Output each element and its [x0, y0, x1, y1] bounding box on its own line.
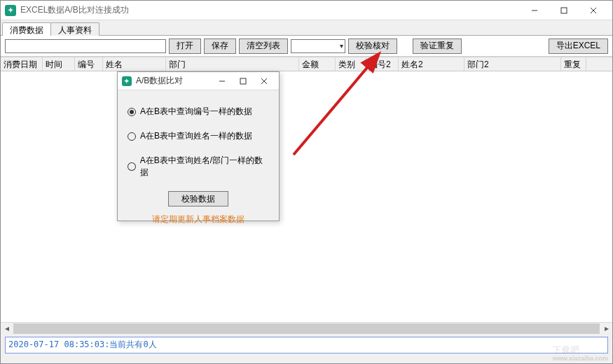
- scroll-left-icon[interactable]: ◂: [1, 323, 13, 335]
- dialog-app-icon: ✦: [122, 76, 132, 86]
- col-category[interactable]: 类别: [336, 57, 366, 71]
- search-input[interactable]: [5, 39, 166, 53]
- watermark-text: 下载吧: [553, 345, 580, 355]
- col-date[interactable]: 消费日期: [1, 57, 43, 71]
- maximize-button[interactable]: [549, 2, 579, 19]
- window-controls: [520, 2, 608, 19]
- app-icon: ✦: [5, 5, 16, 16]
- status-wrap: 2020-07-17 08:35:03:当前共有0人: [1, 334, 612, 356]
- col-amount[interactable]: 金额: [299, 57, 336, 71]
- svg-rect-5: [240, 78, 246, 84]
- dropdown-select[interactable]: ▾: [291, 39, 345, 53]
- radio-icon: [128, 108, 136, 116]
- titlebar: ✦ EXCEL数据A/B比对连接成功: [1, 1, 612, 20]
- table-header: 消费日期 时间 编号 姓名 部门 金额 类别 编号2 姓名2 部门2 重复: [1, 57, 612, 71]
- tab-personnel-data[interactable]: 人事资料: [50, 22, 99, 36]
- dialog-title: A/B数据比对: [136, 75, 212, 87]
- export-excel-button[interactable]: 导出EXCEL: [549, 38, 608, 54]
- dialog-footer-text: 请定期更新人事档案数据: [128, 214, 269, 225]
- verify-dup-button[interactable]: 验证重复: [413, 38, 462, 54]
- scroll-right-icon[interactable]: ▸: [600, 323, 612, 335]
- toolbar: 打开 保存 清空列表 ▾ 校验核对 验证重复 导出EXCEL: [1, 36, 612, 57]
- tab-strip: 消费数据 人事资料: [1, 20, 612, 36]
- tab-consumption-data[interactable]: 消费数据: [2, 22, 51, 36]
- dialog-minimize-button[interactable]: [212, 74, 233, 89]
- col-name2[interactable]: 姓名2: [399, 57, 464, 71]
- watermark: 下载吧 www.xiazaiba.com: [553, 337, 608, 362]
- save-button[interactable]: 保存: [204, 38, 236, 54]
- col-no2[interactable]: 编号2: [366, 57, 399, 71]
- radio-label-3: A在B表中查询姓名/部门一样的数据: [140, 155, 269, 178]
- col-name[interactable]: 姓名: [103, 57, 166, 71]
- open-button[interactable]: 打开: [169, 38, 201, 54]
- close-button[interactable]: [579, 2, 608, 19]
- table-wrap: 消费日期 时间 编号 姓名 部门 金额 类别 编号2 姓名2 部门2 重复 ◂ …: [1, 57, 612, 334]
- radio-icon: [128, 162, 136, 171]
- scroll-thumb[interactable]: [13, 323, 600, 334]
- table-body[interactable]: [1, 71, 612, 321]
- radio-option-1[interactable]: A在B表中查询编号一样的数据: [128, 106, 269, 118]
- col-time[interactable]: 时间: [43, 57, 75, 71]
- svg-rect-1: [561, 8, 567, 13]
- dialog-titlebar: ✦ A/B数据比对: [118, 72, 279, 90]
- radio-label-2: A在B表中查询姓名一样的数据: [140, 130, 252, 142]
- col-dept2[interactable]: 部门2: [464, 57, 561, 71]
- clear-list-button[interactable]: 清空列表: [239, 38, 288, 54]
- horizontal-scrollbar[interactable]: ◂ ▸: [1, 322, 612, 334]
- col-repeat[interactable]: 重复: [561, 57, 586, 71]
- dialog-controls: [212, 74, 275, 89]
- radio-option-2[interactable]: A在B表中查询姓名一样的数据: [128, 130, 269, 142]
- check-button[interactable]: 校验核对: [348, 38, 397, 54]
- radio-option-3[interactable]: A在B表中查询姓名/部门一样的数据: [128, 155, 269, 178]
- check-data-button[interactable]: 校验数据: [168, 191, 228, 206]
- minimize-button[interactable]: [520, 2, 549, 19]
- col-dept[interactable]: 部门: [166, 57, 299, 71]
- dialog-maximize-button[interactable]: [233, 74, 254, 89]
- main-window: ✦ EXCEL数据A/B比对连接成功 消费数据 人事资料 打开 保存 清空列表 …: [0, 0, 613, 364]
- dialog-body: A在B表中查询编号一样的数据 A在B表中查询姓名一样的数据 A在B表中查询姓名/…: [118, 90, 279, 230]
- dialog-action-row: 校验数据: [128, 191, 269, 206]
- compare-dialog: ✦ A/B数据比对 A在B表中查询编号一样的数据 A在B: [117, 71, 280, 221]
- status-bar: 2020-07-17 08:35:03:当前共有0人: [5, 337, 608, 354]
- col-no[interactable]: 编号: [75, 57, 103, 71]
- radio-label-1: A在B表中查询编号一样的数据: [140, 106, 252, 118]
- watermark-url: www.xiazaiba.com: [553, 355, 608, 362]
- radio-icon: [128, 132, 136, 141]
- window-title: EXCEL数据A/B比对连接成功: [20, 4, 520, 16]
- chevron-down-icon: ▾: [340, 42, 343, 50]
- dialog-close-button[interactable]: [254, 74, 275, 89]
